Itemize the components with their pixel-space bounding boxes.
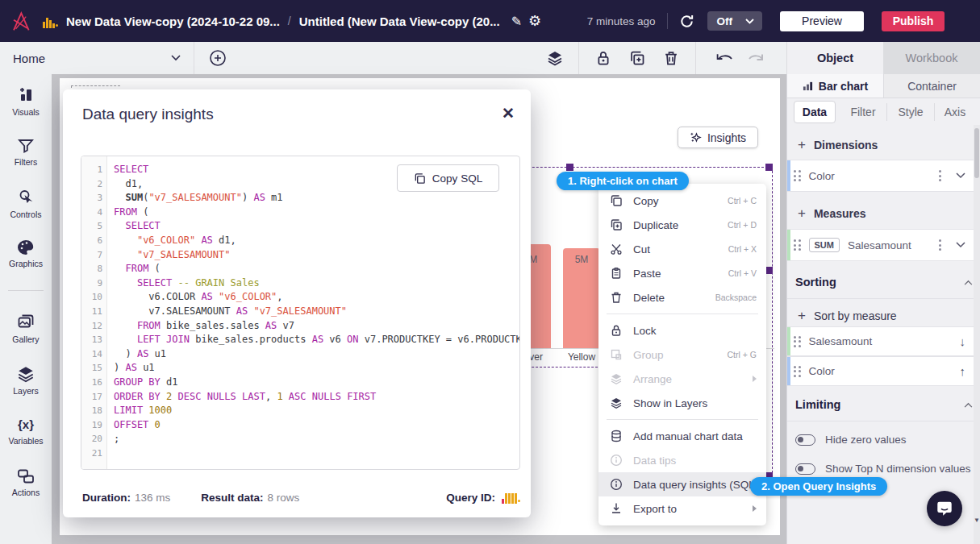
submenu-arrow-icon	[753, 376, 757, 382]
sidebar-item-variables[interactable]: {x} Variables	[0, 416, 52, 446]
redo-icon[interactable]	[746, 52, 765, 64]
drag-handle-icon[interactable]	[794, 366, 801, 377]
arrange-layers-icon	[610, 372, 623, 385]
graphics-palette-icon	[16, 239, 35, 256]
menu-item-lock[interactable]: Lock	[598, 318, 766, 343]
menu-item-export-to[interactable]: Export to	[598, 496, 766, 521]
undo-icon[interactable]	[715, 52, 735, 64]
selection-handle[interactable]	[765, 267, 773, 274]
toggle-switch-icon[interactable]	[795, 434, 815, 446]
page-selector[interactable]: Home	[0, 42, 194, 74]
tab-container[interactable]: Container	[883, 74, 980, 98]
sort-row-color[interactable]: Color ↑	[787, 356, 974, 386]
variables-icon: {x}	[0, 416, 52, 434]
tab-object[interactable]: Object	[786, 42, 883, 74]
query-id-icon[interactable]	[502, 492, 520, 504]
dialog-footer: Duration:136 ms Result data:8 rows Query…	[82, 492, 520, 504]
auto-refresh-dropdown[interactable]: Off	[707, 11, 763, 31]
menu-item-data-query-insights[interactable]: Data query insights (SQL)	[598, 472, 766, 496]
menu-item-copy[interactable]: Copy Ctrl + C	[598, 189, 766, 213]
sidebar-item-filters[interactable]: Filters	[0, 137, 52, 167]
more-options-icon[interactable]	[939, 239, 941, 251]
tab-workbook[interactable]: Workbook	[883, 42, 980, 74]
menu-item-paste[interactable]: Paste Ctrl + V	[598, 261, 766, 285]
menu-divider	[607, 314, 758, 314]
duplicate-icon	[610, 218, 623, 231]
publish-button[interactable]: Publish	[882, 11, 945, 31]
drag-handle-icon[interactable]	[794, 170, 801, 181]
tab-axis[interactable]: Axis	[936, 102, 974, 122]
menu-item-duplicate[interactable]: Duplicate Ctrl + D	[598, 213, 766, 237]
scrollbar-thumb[interactable]	[974, 128, 979, 178]
add-sort-by-measure-button[interactable]: +Sort by measure	[798, 308, 897, 324]
tab-bar-chart[interactable]: Bar chart	[787, 74, 883, 98]
cut-scissors-icon	[610, 243, 623, 255]
add-dimensions-button[interactable]: +Dimensions	[798, 137, 878, 153]
sort-accent	[787, 357, 790, 385]
menu-item-cut[interactable]: Cut Ctrl + X	[598, 237, 766, 261]
help-chat-button[interactable]	[927, 491, 962, 526]
divider	[787, 421, 974, 421]
drag-handle-icon[interactable]	[794, 336, 801, 347]
chevron-down-icon[interactable]	[956, 242, 965, 248]
limiting-section-header[interactable]: Limiting	[795, 398, 973, 411]
add-page-icon[interactable]	[209, 49, 227, 67]
app-window: New Data View-copy (2024-10-22 09... / U…	[0, 0, 980, 544]
selection-handle[interactable]	[566, 164, 573, 171]
sidebar-item-gallery[interactable]: Gallery	[0, 313, 52, 344]
tab-filter[interactable]: Filter	[840, 102, 886, 122]
chevron-down-icon[interactable]	[956, 172, 965, 179]
insights-label: Insights	[707, 131, 746, 144]
plus-icon: +	[798, 137, 806, 153]
sidebar-item-graphics[interactable]: Graphics	[0, 239, 52, 268]
add-measures-button[interactable]: +Measures	[798, 206, 866, 222]
menu-item-show-in-layers[interactable]: Show in Layers	[598, 391, 766, 415]
duplicate-icon[interactable]	[629, 50, 645, 66]
toggle-switch-icon[interactable]	[795, 463, 815, 475]
delete-trash-icon[interactable]	[663, 50, 679, 66]
tab-data[interactable]: Data	[794, 101, 836, 123]
insights-button[interactable]: Insights	[678, 127, 758, 148]
sidebar-item-layers[interactable]: Layers	[0, 364, 52, 396]
copy-sql-button[interactable]: Copy SQL	[397, 164, 499, 192]
sidebar-item-controls[interactable]: Controls	[0, 188, 52, 219]
tab-style[interactable]: Style	[889, 102, 932, 122]
drag-handle-icon[interactable]	[794, 239, 801, 251]
breadcrumb-view-title[interactable]: New Data View-copy (2024-10-22 09...	[66, 15, 280, 28]
sql-code-block: 123456789101112131415161718192021 SELECT…	[81, 156, 520, 470]
panel-scrollbar[interactable]: ▼	[974, 125, 980, 544]
visuals-chart-icon	[16, 85, 35, 105]
close-icon[interactable]: ✕	[498, 101, 518, 126]
info-icon	[610, 454, 623, 467]
toggle-show-top-n[interactable]: Show Top N dimension values	[795, 463, 971, 475]
divider	[787, 298, 974, 299]
refresh-icon[interactable]	[679, 14, 694, 29]
measure-row-salesamount[interactable]: SUM Salesamount	[787, 229, 974, 261]
result-data-value: 8 rows	[268, 492, 300, 504]
scroll-down-arrow-icon[interactable]: ▼	[974, 517, 980, 524]
more-options-icon[interactable]	[939, 170, 941, 181]
menu-item-delete[interactable]: Delete Backspace	[598, 285, 766, 309]
sorting-section-header[interactable]: Sorting	[795, 276, 973, 289]
sidebar-item-actions[interactable]: Actions	[0, 467, 52, 497]
layers-icon[interactable]	[546, 49, 564, 67]
toggle-hide-zero-values[interactable]: Hide zero values	[795, 434, 907, 446]
edit-pencil-icon[interactable]: ✎	[511, 14, 522, 29]
aggregation-badge[interactable]: SUM	[809, 238, 840, 252]
sort-row-salesamount[interactable]: Salesamount ↓	[787, 326, 974, 356]
selection-handle[interactable]	[765, 164, 773, 171]
query-id-label: Query ID:	[446, 492, 495, 504]
copy-sql-label: Copy SQL	[432, 172, 482, 185]
sidebar-item-visuals[interactable]: Visuals	[0, 85, 52, 117]
sort-direction-icon[interactable]: ↑	[960, 364, 966, 378]
plus-icon: +	[798, 206, 806, 222]
menu-item-add-manual-chart-data[interactable]: Add manual chart data	[598, 424, 766, 448]
settings-gear-icon[interactable]: ⚙	[528, 12, 541, 30]
preview-button[interactable]: Preview	[780, 11, 864, 31]
lock-icon[interactable]	[595, 50, 611, 66]
menu-item-group: Group Ctrl + G	[598, 343, 766, 367]
dimension-row-color[interactable]: Color	[787, 160, 974, 192]
paste-clipboard-icon	[610, 267, 623, 280]
sort-direction-icon[interactable]: ↓	[960, 334, 966, 348]
breadcrumb-page-title[interactable]: Untitled (New Data View-copy (20...	[299, 15, 500, 28]
